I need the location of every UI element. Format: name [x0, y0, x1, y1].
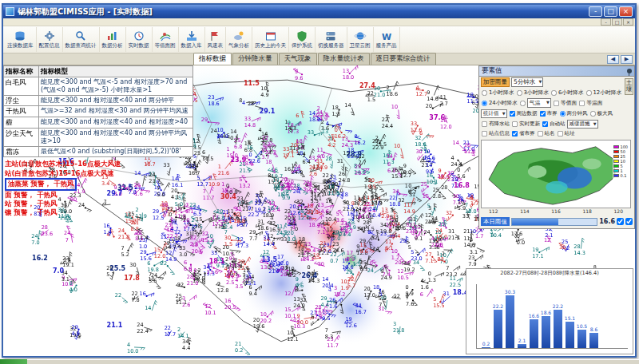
soil-vertical-tab[interactable]: 土壤	[625, 78, 633, 95]
radio-1h-precip[interactable]: 1小时降水	[481, 89, 514, 97]
table-row[interactable]: 沙尘天气能见度<300 and 相对湿度<40 and 两分钟平均风速>10	[4, 128, 193, 146]
today-rain-label: 本日雨值	[481, 217, 510, 226]
chart-bar: 16.6	[530, 319, 538, 348]
indicator-name: 浮尘	[4, 95, 39, 106]
toolbar-button-weather[interactable]: 气象分析	[226, 27, 252, 52]
radio-24h-precip[interactable]: 24小时降水	[481, 99, 518, 107]
indicator-name: 白毛风	[4, 77, 39, 95]
taskbar[interactable]	[0, 359, 639, 364]
table-row[interactable]: 浮尘能见度<300 and 相对湿度<40 and 两分钟平	[4, 95, 193, 106]
five-min-dropdown[interactable]: 5分钟水	[511, 77, 543, 87]
minimap-xticks: 112114116118120	[481, 208, 631, 214]
tab-scroll-left-icon[interactable]: ◀	[607, 55, 619, 64]
radio-6h-precip[interactable]: 6小时降水	[550, 89, 584, 97]
mdi-close-button[interactable]: ×	[623, 18, 633, 26]
start-button-fragment[interactable]	[0, 359, 27, 364]
toolbar-button-history[interactable]: 历史上的今天	[252, 27, 289, 52]
checkbox-station-info[interactable]: 站点信息	[481, 130, 510, 137]
pin-icon[interactable]	[627, 69, 632, 73]
toolbar-button-server[interactable]: 切换服务器	[316, 27, 347, 52]
tab-5[interactable]: 逐日要素综合统计	[371, 53, 436, 65]
checkbox-province-border[interactable]: 省市界	[511, 130, 535, 137]
toolbar-label: 数据入库	[181, 42, 202, 49]
checkbox-station-name[interactable]: 站名	[537, 130, 555, 137]
wind-flag-icon	[208, 30, 221, 42]
toolbar-button-analysis[interactable]: 数据分析	[100, 27, 126, 52]
app-icon	[6, 7, 14, 16]
toolbar-button-import[interactable]: 数据入库	[179, 27, 205, 52]
alert-line: 镶 预警， 干热风	[5, 208, 193, 217]
toolbar-button-realtime[interactable]: 实时数据	[126, 27, 153, 52]
alert-line: 站(白音敖包苏木)15-16点极大风速	[5, 169, 193, 178]
tab-4[interactable]: 降水量统计表	[318, 53, 370, 65]
indicator-panel: 指标名称 指标模型 白毛风能见度<300 and 气温<-5 and 相对湿度>…	[3, 65, 193, 218]
chart-bar: 22.2	[494, 310, 502, 348]
radio-12h-precip[interactable]: 12小时降水	[585, 89, 622, 97]
toolbar-button-database[interactable]: 连接数据库	[5, 27, 37, 52]
rain-option-checkbox-2[interactable]	[625, 218, 633, 225]
tab-3[interactable]: 天气现象	[279, 53, 317, 65]
checkbox-realtime-update[interactable]: 实时更新	[511, 121, 540, 128]
table-row[interactable]: 霜冻最低气温<0 and (substring(日期时间,5,2))'08'	[4, 146, 193, 157]
checkbox-rain-stations[interactable]: 有降水站	[481, 121, 510, 128]
chart-title: 2082-27日08时-28日08时降水量(146.4)	[466, 269, 633, 278]
maximize-button[interactable]: □	[604, 6, 617, 17]
radio-2min-wind[interactable]: 两分钟风	[559, 110, 588, 117]
encrypted-rain-toggle[interactable]: 加密雨量	[481, 77, 510, 87]
checkbox-isotherm[interactable]: 等温面	[578, 99, 602, 107]
tab-strip: 指标数据分钟降水量天气现象降水量统计表逐日要素综合统计 ◀ ▶	[3, 53, 635, 65]
checkbox-contour[interactable]: 等值面	[553, 99, 577, 107]
search-icon	[74, 30, 87, 42]
indicator-model: 能见度<300 and 相对湿度<40 and 两分钟平	[39, 95, 193, 106]
app-window: 锡林郭勒盟CIMISS应用 - [实时数据] - □ × - □ × 连接数据库…	[2, 3, 637, 358]
checkbox-station-address[interactable]: 站址	[557, 130, 575, 137]
toolbar-button-satellite[interactable]: 卫星云图	[347, 27, 374, 52]
alerts: 主站(白音敖包苏木)15-16点极大风速站(白音敖包苏木)15-16点极大风速油…	[3, 157, 193, 218]
column-header-model[interactable]: 指标模型	[39, 66, 193, 77]
tab-2[interactable]: 分钟降水量	[232, 53, 278, 65]
mdi-restore-button[interactable]: □	[612, 18, 622, 26]
column-header-name[interactable]: 指标名称	[4, 66, 39, 77]
element-panel-header[interactable]: 要素值	[479, 66, 634, 77]
checkbox-surrounding-data[interactable]: 周边数据	[509, 110, 538, 117]
alert-line: 站 预警， 干热风	[5, 200, 193, 208]
import-icon	[185, 30, 198, 42]
mitigation-dropdown[interactable]: 减缓措施	[567, 120, 598, 129]
stat-value-dropdown[interactable]: 统计值	[481, 109, 507, 118]
xtick-label: 112	[489, 208, 498, 214]
table-row[interactable]: 霾能见度<300 and 相对湿度<40 and 相对湿度>40	[4, 117, 193, 128]
rain-option-checkbox-1[interactable]	[617, 218, 624, 225]
toolbar-button-gear[interactable]: 配置信息	[37, 27, 63, 52]
xtick-label: 118	[582, 208, 591, 214]
minimize-button[interactable]: -	[589, 6, 602, 17]
toolbar-button-product[interactable]: W服务产品	[374, 27, 400, 52]
radio-temperature[interactable]: 气温	[519, 98, 551, 108]
weather-icon	[232, 30, 245, 42]
radio-3h-precip[interactable]: 3小时降水	[516, 89, 550, 97]
table-row[interactable]: 干热风气温>=32 and 相对湿度<30 and 两分钟平均风速	[4, 106, 193, 117]
chart-bar: 8.6	[589, 333, 598, 348]
indicator-table: 指标名称 指标模型 白毛风能见度<300 and 气温<-5 and 相对湿度>…	[3, 65, 193, 157]
toolbar-button-wind-flag[interactable]: 风速表	[205, 27, 227, 52]
toolbar-label: 数据查询统计	[65, 42, 97, 49]
indicator-name: 霾	[4, 117, 39, 128]
title-bar[interactable]: 锡林郭勒盟CIMISS应用 - [实时数据] - □ ×	[3, 5, 635, 18]
checkbox-city-border[interactable]: 市界	[539, 110, 558, 117]
toolbar-label: 数据分析	[102, 42, 123, 49]
close-button[interactable]: ×	[619, 6, 633, 17]
checkbox-auto-station[interactable]: 自动站	[542, 121, 566, 128]
chart-bar: 0.2	[482, 347, 490, 348]
tab-scroll-right-icon[interactable]: ▶	[621, 55, 633, 64]
toolbar-button-shield[interactable]: 保护系统	[289, 27, 316, 52]
radio-max-wind[interactable]: 极大风	[589, 110, 613, 117]
history-icon	[264, 30, 277, 42]
toolbar-button-contour[interactable]: 等值面图	[153, 27, 179, 52]
mdi-minimize-button[interactable]: -	[601, 18, 611, 26]
realtime-icon	[133, 30, 145, 42]
indicator-model: 能见度<300 and 气温<-5 and 相对湿度>70 and (气温<0 …	[39, 77, 193, 95]
toolbar-button-search[interactable]: 数据查询统计	[63, 27, 100, 52]
today-rain-row: 本日雨值 16.6	[479, 216, 634, 227]
table-row[interactable]: 白毛风能见度<300 and 气温<-5 and 相对湿度>70 and (气温…	[4, 77, 193, 95]
tab-1[interactable]: 指标数据	[193, 53, 232, 65]
toolbar-label: 配置信息	[39, 42, 60, 49]
